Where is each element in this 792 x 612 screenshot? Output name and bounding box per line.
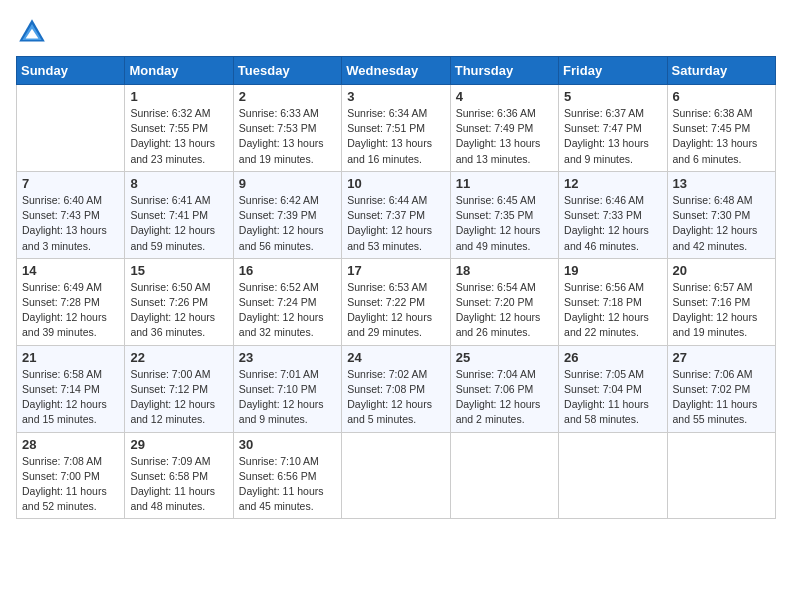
day-number: 8 — [130, 176, 227, 191]
day-header-monday: Monday — [125, 57, 233, 85]
day-info: Sunrise: 6:50 AM Sunset: 7:26 PM Dayligh… — [130, 280, 227, 341]
day-info: Sunrise: 6:38 AM Sunset: 7:45 PM Dayligh… — [673, 106, 770, 167]
day-number: 13 — [673, 176, 770, 191]
calendar-cell: 8Sunrise: 6:41 AM Sunset: 7:41 PM Daylig… — [125, 171, 233, 258]
calendar-table: SundayMondayTuesdayWednesdayThursdayFrid… — [16, 56, 776, 519]
day-info: Sunrise: 6:32 AM Sunset: 7:55 PM Dayligh… — [130, 106, 227, 167]
day-info: Sunrise: 6:34 AM Sunset: 7:51 PM Dayligh… — [347, 106, 444, 167]
day-number: 27 — [673, 350, 770, 365]
calendar-week-3: 14Sunrise: 6:49 AM Sunset: 7:28 PM Dayli… — [17, 258, 776, 345]
calendar-week-2: 7Sunrise: 6:40 AM Sunset: 7:43 PM Daylig… — [17, 171, 776, 258]
calendar-cell: 23Sunrise: 7:01 AM Sunset: 7:10 PM Dayli… — [233, 345, 341, 432]
day-header-saturday: Saturday — [667, 57, 775, 85]
day-number: 6 — [673, 89, 770, 104]
calendar-cell — [667, 432, 775, 519]
day-number: 26 — [564, 350, 661, 365]
calendar-cell: 2Sunrise: 6:33 AM Sunset: 7:53 PM Daylig… — [233, 85, 341, 172]
calendar-cell: 5Sunrise: 6:37 AM Sunset: 7:47 PM Daylig… — [559, 85, 667, 172]
day-number: 11 — [456, 176, 553, 191]
calendar-cell: 28Sunrise: 7:08 AM Sunset: 7:00 PM Dayli… — [17, 432, 125, 519]
day-info: Sunrise: 6:52 AM Sunset: 7:24 PM Dayligh… — [239, 280, 336, 341]
day-number: 3 — [347, 89, 444, 104]
calendar-cell — [559, 432, 667, 519]
day-info: Sunrise: 7:05 AM Sunset: 7:04 PM Dayligh… — [564, 367, 661, 428]
day-header-tuesday: Tuesday — [233, 57, 341, 85]
day-header-friday: Friday — [559, 57, 667, 85]
day-number: 19 — [564, 263, 661, 278]
calendar-cell: 15Sunrise: 6:50 AM Sunset: 7:26 PM Dayli… — [125, 258, 233, 345]
day-number: 23 — [239, 350, 336, 365]
day-info: Sunrise: 7:10 AM Sunset: 6:56 PM Dayligh… — [239, 454, 336, 515]
day-info: Sunrise: 6:45 AM Sunset: 7:35 PM Dayligh… — [456, 193, 553, 254]
day-number: 30 — [239, 437, 336, 452]
calendar-cell: 10Sunrise: 6:44 AM Sunset: 7:37 PM Dayli… — [342, 171, 450, 258]
day-info: Sunrise: 6:33 AM Sunset: 7:53 PM Dayligh… — [239, 106, 336, 167]
calendar-cell: 30Sunrise: 7:10 AM Sunset: 6:56 PM Dayli… — [233, 432, 341, 519]
day-number: 10 — [347, 176, 444, 191]
day-header-sunday: Sunday — [17, 57, 125, 85]
day-number: 18 — [456, 263, 553, 278]
calendar-cell: 26Sunrise: 7:05 AM Sunset: 7:04 PM Dayli… — [559, 345, 667, 432]
calendar-cell: 16Sunrise: 6:52 AM Sunset: 7:24 PM Dayli… — [233, 258, 341, 345]
day-info: Sunrise: 6:53 AM Sunset: 7:22 PM Dayligh… — [347, 280, 444, 341]
day-info: Sunrise: 6:42 AM Sunset: 7:39 PM Dayligh… — [239, 193, 336, 254]
calendar-cell: 13Sunrise: 6:48 AM Sunset: 7:30 PM Dayli… — [667, 171, 775, 258]
calendar-cell: 20Sunrise: 6:57 AM Sunset: 7:16 PM Dayli… — [667, 258, 775, 345]
day-info: Sunrise: 7:08 AM Sunset: 7:00 PM Dayligh… — [22, 454, 119, 515]
day-info: Sunrise: 6:46 AM Sunset: 7:33 PM Dayligh… — [564, 193, 661, 254]
calendar-cell: 19Sunrise: 6:56 AM Sunset: 7:18 PM Dayli… — [559, 258, 667, 345]
day-info: Sunrise: 6:41 AM Sunset: 7:41 PM Dayligh… — [130, 193, 227, 254]
calendar-cell: 22Sunrise: 7:00 AM Sunset: 7:12 PM Dayli… — [125, 345, 233, 432]
calendar-cell: 17Sunrise: 6:53 AM Sunset: 7:22 PM Dayli… — [342, 258, 450, 345]
page-header — [16, 16, 776, 48]
calendar-cell: 12Sunrise: 6:46 AM Sunset: 7:33 PM Dayli… — [559, 171, 667, 258]
calendar-cell: 21Sunrise: 6:58 AM Sunset: 7:14 PM Dayli… — [17, 345, 125, 432]
day-number: 9 — [239, 176, 336, 191]
calendar-cell: 9Sunrise: 6:42 AM Sunset: 7:39 PM Daylig… — [233, 171, 341, 258]
calendar-week-1: 1Sunrise: 6:32 AM Sunset: 7:55 PM Daylig… — [17, 85, 776, 172]
day-header-thursday: Thursday — [450, 57, 558, 85]
calendar-cell: 29Sunrise: 7:09 AM Sunset: 6:58 PM Dayli… — [125, 432, 233, 519]
calendar-cell: 7Sunrise: 6:40 AM Sunset: 7:43 PM Daylig… — [17, 171, 125, 258]
day-info: Sunrise: 7:04 AM Sunset: 7:06 PM Dayligh… — [456, 367, 553, 428]
day-info: Sunrise: 6:56 AM Sunset: 7:18 PM Dayligh… — [564, 280, 661, 341]
day-number: 4 — [456, 89, 553, 104]
calendar-cell — [450, 432, 558, 519]
calendar-header-row: SundayMondayTuesdayWednesdayThursdayFrid… — [17, 57, 776, 85]
day-number: 12 — [564, 176, 661, 191]
logo-icon — [16, 16, 48, 48]
calendar-cell — [342, 432, 450, 519]
calendar-cell: 18Sunrise: 6:54 AM Sunset: 7:20 PM Dayli… — [450, 258, 558, 345]
calendar-cell: 14Sunrise: 6:49 AM Sunset: 7:28 PM Dayli… — [17, 258, 125, 345]
calendar-week-4: 21Sunrise: 6:58 AM Sunset: 7:14 PM Dayli… — [17, 345, 776, 432]
day-number: 24 — [347, 350, 444, 365]
day-info: Sunrise: 7:01 AM Sunset: 7:10 PM Dayligh… — [239, 367, 336, 428]
calendar-cell: 3Sunrise: 6:34 AM Sunset: 7:51 PM Daylig… — [342, 85, 450, 172]
day-info: Sunrise: 6:44 AM Sunset: 7:37 PM Dayligh… — [347, 193, 444, 254]
calendar-cell: 25Sunrise: 7:04 AM Sunset: 7:06 PM Dayli… — [450, 345, 558, 432]
calendar-cell: 27Sunrise: 7:06 AM Sunset: 7:02 PM Dayli… — [667, 345, 775, 432]
day-number: 21 — [22, 350, 119, 365]
day-info: Sunrise: 7:09 AM Sunset: 6:58 PM Dayligh… — [130, 454, 227, 515]
day-info: Sunrise: 6:49 AM Sunset: 7:28 PM Dayligh… — [22, 280, 119, 341]
day-number: 28 — [22, 437, 119, 452]
day-info: Sunrise: 6:58 AM Sunset: 7:14 PM Dayligh… — [22, 367, 119, 428]
day-info: Sunrise: 6:48 AM Sunset: 7:30 PM Dayligh… — [673, 193, 770, 254]
day-info: Sunrise: 7:06 AM Sunset: 7:02 PM Dayligh… — [673, 367, 770, 428]
logo — [16, 16, 52, 48]
calendar-week-5: 28Sunrise: 7:08 AM Sunset: 7:00 PM Dayli… — [17, 432, 776, 519]
day-number: 20 — [673, 263, 770, 278]
calendar-cell: 6Sunrise: 6:38 AM Sunset: 7:45 PM Daylig… — [667, 85, 775, 172]
day-info: Sunrise: 6:57 AM Sunset: 7:16 PM Dayligh… — [673, 280, 770, 341]
day-number: 29 — [130, 437, 227, 452]
day-number: 14 — [22, 263, 119, 278]
day-info: Sunrise: 6:36 AM Sunset: 7:49 PM Dayligh… — [456, 106, 553, 167]
day-number: 16 — [239, 263, 336, 278]
day-number: 1 — [130, 89, 227, 104]
day-number: 22 — [130, 350, 227, 365]
calendar-cell: 24Sunrise: 7:02 AM Sunset: 7:08 PM Dayli… — [342, 345, 450, 432]
day-number: 17 — [347, 263, 444, 278]
day-number: 7 — [22, 176, 119, 191]
calendar-cell: 4Sunrise: 6:36 AM Sunset: 7:49 PM Daylig… — [450, 85, 558, 172]
day-info: Sunrise: 7:00 AM Sunset: 7:12 PM Dayligh… — [130, 367, 227, 428]
